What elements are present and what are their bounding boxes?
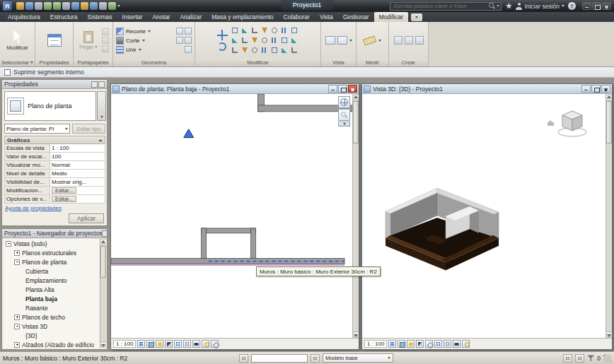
exclude-options-icon[interactable] [563, 354, 572, 363]
analysis-display-icon[interactable] [211, 340, 219, 348]
tab-arquitectura[interactable]: Arquitectura [3, 12, 45, 22]
filter-icon[interactable] [587, 355, 594, 362]
redo-icon[interactable] [53, 2, 61, 10]
window-restore-icon[interactable] [591, 85, 601, 93]
modify-tool-icon[interactable] [241, 46, 250, 55]
qat-customize-icon[interactable] [117, 5, 120, 7]
geometry-tool-icon[interactable] [185, 46, 192, 53]
scrollbar-thumb[interactable] [353, 101, 359, 143]
tree-item-vistas[interactable]: Vistas (todo) [4, 239, 99, 248]
tree-item-planta-alta[interactable]: Planta Alta [4, 285, 99, 294]
edit-button[interactable]: Editar... [52, 187, 76, 194]
scrollbar-thumb[interactable] [606, 101, 612, 143]
browser-scrollbar[interactable] [100, 239, 106, 348]
section-graficos[interactable]: Gráficos [4, 136, 105, 144]
create-assembly-icon[interactable] [415, 36, 424, 45]
edit-type-button[interactable]: Editar tipo [72, 124, 105, 134]
title-bar[interactable]: R Proyecto1 Iniciar sesió [0, 0, 614, 12]
panel-label-seleccionar[interactable]: Seleccionar [0, 59, 35, 66]
property-value[interactable]: 100 [50, 153, 105, 160]
tab-colaborar[interactable]: Colaborar [279, 12, 315, 22]
show-crop-icon[interactable] [183, 340, 191, 348]
tab-insertar[interactable]: Insertar [117, 12, 148, 22]
tree-item-vistas-3d[interactable]: Vistas 3D [4, 322, 99, 331]
panel-label-medir[interactable]: Medir [357, 59, 388, 66]
visual-style-icon[interactable] [146, 340, 154, 348]
design-options-combo[interactable]: Modelo base [323, 353, 393, 363]
palette-pin-icon[interactable] [91, 81, 98, 88]
tab-vista[interactable]: Vista [315, 12, 338, 22]
expand-icon[interactable] [14, 250, 20, 256]
tree-item-planos-de-techo[interactable]: Planos de techo [4, 312, 99, 322]
help-search-box[interactable] [390, 2, 502, 11]
tree-item-emplazamiento[interactable]: Emplazamiento [4, 276, 99, 285]
rotate-icon[interactable] [218, 42, 226, 51]
property-value[interactable]: 1 : 100 [50, 144, 105, 152]
close-button[interactable] [602, 2, 611, 10]
trim-icon[interactable] [270, 26, 279, 35]
zoom-icon[interactable] [338, 109, 350, 121]
tab-masa-y-emplazamiento[interactable]: Masa y emplazamiento [207, 12, 278, 22]
scroll-down-icon[interactable] [606, 331, 612, 338]
shadows-icon[interactable] [165, 340, 173, 348]
copy-to-clipboard-icon[interactable] [102, 37, 109, 44]
home-icon[interactable] [548, 120, 554, 126]
maximize-button[interactable] [592, 2, 601, 10]
filter-combo[interactable]: Plano de planta: Pl [4, 124, 70, 134]
temporary-hide-icon[interactable] [453, 340, 460, 348]
property-value[interactable]: Mostrar orig... [50, 178, 105, 186]
wall-segment[interactable] [202, 228, 256, 233]
match-properties-icon[interactable] [102, 45, 109, 52]
view-tool-icon[interactable] [337, 36, 347, 45]
tab-anotar[interactable]: Anotar [147, 12, 175, 22]
search-options-icon[interactable] [497, 5, 499, 7]
expand-icon[interactable] [14, 315, 20, 320]
view-tool-icon[interactable] [325, 36, 335, 45]
project-browser-header[interactable]: Proyecto1 - Navegador de proyectos [2, 229, 107, 238]
create-group-icon[interactable] [394, 36, 402, 45]
split-gap-icon[interactable] [280, 36, 289, 45]
unpin-icon[interactable] [250, 36, 260, 45]
array-icon[interactable] [280, 26, 289, 35]
undo-icon[interactable] [44, 2, 52, 10]
tree-item-rasante[interactable]: Rasante [4, 303, 99, 312]
search-icon[interactable] [489, 3, 495, 9]
crop-view-icon[interactable] [434, 340, 442, 348]
scroll-down-icon[interactable] [353, 331, 359, 338]
geometry-tool-icon[interactable] [176, 28, 183, 35]
panel-label-vista[interactable]: Vista [321, 59, 356, 66]
plan-vertical-scrollbar[interactable] [352, 94, 359, 338]
tab-sistemas[interactable]: Sistemas [83, 12, 117, 22]
shadows-icon[interactable] [416, 340, 424, 348]
tree-item-cubierta[interactable]: Cubierta [4, 266, 99, 276]
palette-close-icon[interactable] [98, 81, 105, 88]
sign-in-button[interactable]: Iniciar sesión [516, 3, 564, 10]
type-selector-dropdown[interactable] [97, 91, 106, 121]
detail-level-icon[interactable] [388, 340, 396, 348]
plan-drawing[interactable] [111, 94, 352, 338]
reveal-hidden-icon[interactable] [462, 340, 470, 348]
palette-close-icon[interactable] [102, 230, 107, 237]
paste-button[interactable]: Pegar [77, 30, 100, 51]
3d-view-icon[interactable] [90, 2, 98, 10]
panel-label-propiedades[interactable]: Propiedades [35, 59, 73, 66]
apply-button[interactable]: Aplicar [69, 213, 104, 223]
app-menu-button[interactable]: R [3, 1, 12, 11]
press-drag-icon[interactable] [575, 354, 584, 363]
open-icon[interactable] [16, 2, 24, 10]
panel-label-portapapeles[interactable]: Portapapeles [74, 59, 112, 66]
visual-style-icon[interactable] [398, 340, 405, 348]
steering-wheel-icon[interactable] [338, 96, 350, 108]
tree-item-alzados[interactable]: Alzados (Alzado de edificio [4, 340, 99, 348]
scale-icon[interactable] [290, 26, 299, 35]
scale-button[interactable]: 1 : 100 [364, 340, 387, 348]
expand-icon[interactable] [14, 342, 20, 348]
render-icon[interactable] [425, 340, 433, 348]
properties-help-link[interactable]: Ayuda de propiedades [5, 205, 62, 211]
property-value[interactable]: Normal [50, 161, 105, 169]
panel-label-crear[interactable]: Crear [389, 59, 428, 66]
favorites-star-icon[interactable] [505, 3, 512, 10]
tree-item-planos-de-planta[interactable]: Planos de planta [4, 257, 99, 266]
tab-analizar[interactable]: Analizar [175, 12, 207, 22]
collapse-icon[interactable] [6, 241, 11, 247]
